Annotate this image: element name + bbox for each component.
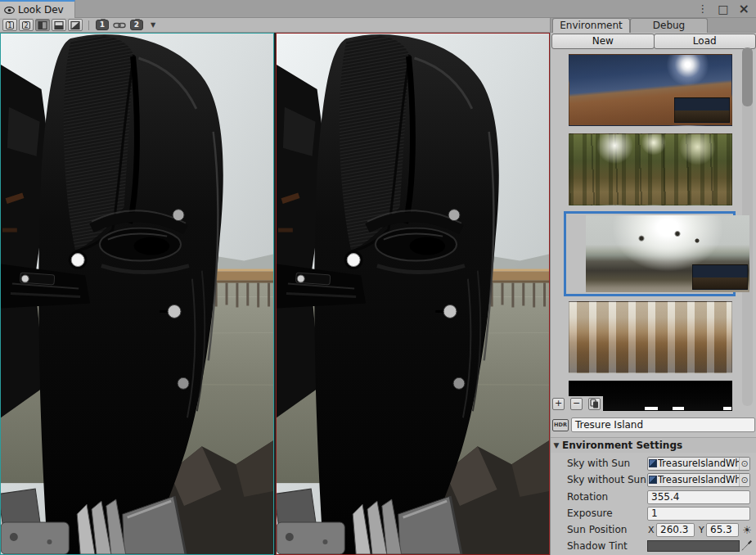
single1-icon: 1 [6,21,14,29]
camera2-button[interactable]: 2 [130,20,143,30]
remove-environment-button[interactable]: − [570,398,583,410]
environment-actions: New Load [551,34,756,49]
lookdev-view-1[interactable] [0,33,274,555]
sky-with-sun-label: Sky with Sun [567,458,630,469]
eye-icon [4,7,15,14]
add-environment-button[interactable]: + [552,398,565,410]
foldout-triangle-icon[interactable]: ▼ [551,441,562,449]
exposure-row: Exposure 1 [551,505,756,521]
thumbnail-inset-preview [692,264,748,290]
chevron-down-icon[interactable]: ▼ [151,21,155,29]
panel-scrollbar-thumb[interactable] [742,47,753,106]
sun-position-row: Sun Position X 260.3 Y 65.3 ☀ [551,521,756,538]
hdr-name-row: HDR Tresure Island [552,417,755,433]
lookdev-toolbar: 1 2 1 [0,18,550,33]
side-by-side-icon [38,20,47,30]
hdr-badge-icon: HDR [552,419,569,431]
view-mode-split-zone-button[interactable] [68,19,83,31]
sun-position-label: Sun Position [567,524,627,535]
view-mode-single2-button[interactable]: 2 [19,19,34,31]
hdri-thumbnail-church[interactable] [569,301,732,373]
load-button[interactable]: Load [654,34,756,49]
lookdev-window: Look Dev ⋮ □ × 1 2 [0,0,756,555]
rotation-row: Rotation 355.4 [551,489,756,505]
rotation-field[interactable]: 355.4 [647,490,750,504]
duplicate-icon [590,399,599,408]
hdri-thumbnail-treasure-island[interactable] [586,215,749,292]
texture-icon [649,459,657,467]
lookdev-view-2[interactable] [276,33,550,555]
titlebar: Look Dev ⋮ □ × [0,0,756,18]
new-button[interactable]: New [551,34,655,49]
split-zone-icon [70,20,80,30]
link-cameras-button[interactable] [113,21,126,29]
environment-name-field[interactable]: Tresure Island [571,417,755,432]
object-picker-icon[interactable]: ⊙ [739,458,749,470]
sky-with-sun-object-field[interactable]: TreasureIslandWh ⊙ [647,457,750,471]
duplicate-environment-button[interactable] [588,398,601,410]
light-speck [673,407,684,410]
sky-without-sun-row: Sky without Sun TreasureIslandWh ⊙ [551,472,756,488]
window-controls: ⋮ □ × [697,0,749,18]
environment-panel: New Load + − [550,33,756,555]
kebab-menu-icon[interactable]: ⋮ [697,0,708,18]
texture-icon [649,476,657,484]
tab-debug[interactable]: Debug [630,18,708,33]
eyedropper-icon[interactable] [741,539,753,551]
camera1-button[interactable]: 1 [96,20,109,30]
panel-tab-bar: Environment Debug [550,18,756,33]
hdri-thumbnail-desert[interactable] [569,54,732,126]
chain-link-icon [113,21,126,29]
sky-with-sun-row: Sky with Sun TreasureIslandWh ⊙ [551,455,756,472]
light-speck [723,407,732,410]
thumbnail-inset-preview [674,97,730,123]
hdri-thumbnail-selected-frame [564,211,736,296]
view-mode-side-by-side-button[interactable] [35,19,50,31]
single2-icon: 2 [22,21,30,29]
sun-y-field[interactable]: 65.3 [706,523,739,537]
sun-icon[interactable]: ☀ [740,524,754,536]
robot-head-render-2 [277,34,549,554]
light-speck [645,407,658,410]
view-mode-single1-button[interactable]: 1 [2,19,17,31]
shadow-tint-row: Shadow Tint [551,538,756,554]
y-axis-label: Y [699,525,704,535]
settings-header-label: Environment Settings [562,440,682,451]
maximize-icon[interactable]: □ [718,0,728,18]
exposure-field[interactable]: 1 [647,507,750,521]
sky-without-sun-label: Sky without Sun [567,474,646,485]
rotation-label: Rotation [567,491,608,503]
window-title: Look Dev [18,4,64,16]
hdri-thumbnail-forest[interactable] [569,133,732,205]
shadow-tint-swatch[interactable] [647,540,740,552]
tab-environment[interactable]: Environment [552,18,630,33]
sky-without-sun-object-field[interactable]: TreasureIslandWh ⊙ [647,473,750,487]
lookdev-viewport [0,33,550,555]
x-axis-label: X [648,525,655,535]
sky-without-sun-value: TreasureIslandWh [658,474,739,485]
view-mode-split-screen-button[interactable] [52,19,66,31]
sky-with-sun-value: TreasureIslandWh [658,458,739,469]
window-tab[interactable]: Look Dev [0,0,75,18]
environment-settings-header[interactable]: ▼ Environment Settings [551,437,756,453]
shadow-tint-label: Shadow Tint [567,540,628,552]
environment-list-toolbar: + − [551,396,603,411]
object-picker-icon[interactable]: ⊙ [739,474,749,486]
sun-x-field[interactable]: 260.3 [656,523,695,537]
split-screen-icon [54,20,64,30]
toolbar-separator [88,20,89,30]
robot-head-render-1 [1,34,273,554]
exposure-label: Exposure [567,508,613,519]
close-icon[interactable]: × [739,0,749,18]
